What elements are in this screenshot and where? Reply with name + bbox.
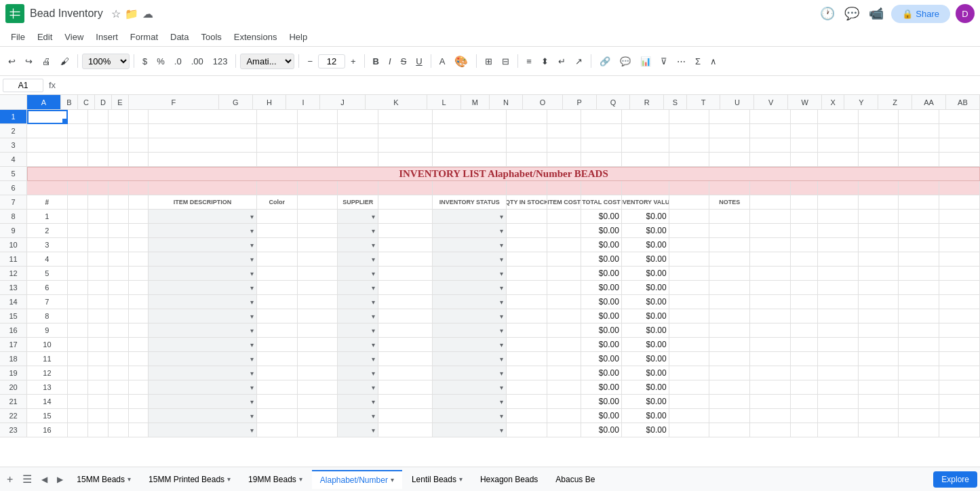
cell-R1[interactable] [750,110,791,124]
cell-L3[interactable] [507,138,547,153]
cell-A19[interactable]: 12 [27,366,68,380]
cell-L6[interactable] [507,181,547,195]
cell-V20[interactable] [899,380,939,395]
cell-qty-18[interactable] [507,352,547,366]
cell-O3[interactable] [622,138,669,153]
cell-H3[interactable] [298,138,338,153]
tab-19mm-beads[interactable]: 19MM Beads ▾ [240,471,311,488]
zoom-select[interactable]: 100% [82,54,130,69]
cell-J11[interactable] [378,252,433,267]
cell-G2[interactable] [257,124,298,138]
cell-P20[interactable] [669,380,710,395]
percent-btn[interactable]: % [153,50,169,72]
cell-item-cost-19[interactable]: $0.00 [581,366,622,380]
cell-U6[interactable] [859,181,899,195]
cell-M19[interactable] [547,366,581,380]
cell-C14[interactable] [88,295,109,309]
row-num-1[interactable]: 1 [0,110,27,124]
cell-qty-header[interactable]: QTY IN STOCK [507,195,547,210]
cell-D23[interactable] [109,423,129,437]
cell-M10[interactable] [547,238,581,252]
cell-A16[interactable]: 9 [27,323,68,338]
cell-total-cost-14[interactable]: $0.00 [622,295,669,309]
cell-status-dropdown-13[interactable]: ▾ [433,281,507,295]
cell-S6[interactable] [791,181,818,195]
font-size-input[interactable] [318,54,345,68]
cell-V19[interactable] [899,366,939,380]
cell-B11[interactable] [68,252,88,267]
cell-D20[interactable] [109,380,129,395]
cell-T16[interactable] [818,323,859,338]
cell-C1[interactable] [88,110,109,124]
cell-H6[interactable] [298,181,338,195]
cell-A18[interactable]: 11 [27,352,68,366]
cell-Q8[interactable] [709,210,750,224]
cell-Q4[interactable] [709,153,750,167]
cell-Q14[interactable] [709,295,750,309]
cell-E1[interactable] [129,110,149,124]
cell-H7[interactable] [298,195,338,210]
cell-V12[interactable] [899,267,939,281]
cell-M4[interactable] [547,153,581,167]
col-header-Y[interactable]: Y [844,95,878,110]
row-num-8[interactable]: 8 [0,210,27,224]
history-btn[interactable]: 🕐 [818,4,837,23]
cell-supplier-dropdown-19[interactable]: ▾ [338,366,378,380]
cell-V9[interactable] [899,224,939,238]
cell-V14[interactable] [899,295,939,309]
cell-S10[interactable] [791,238,818,252]
cell-H22[interactable] [298,409,338,423]
cell-V3[interactable] [899,138,939,153]
cell-D19[interactable] [109,366,129,380]
cell-O1[interactable] [622,110,669,124]
cell-J22[interactable] [378,409,433,423]
cell-H1[interactable] [298,110,338,124]
cell-total-cost-8[interactable]: $0.00 [622,210,669,224]
cell-J9[interactable] [378,224,433,238]
cell-W14[interactable] [939,295,980,309]
cell-K6[interactable] [433,181,507,195]
cell-item-desc[interactable]: ITEM DESCRIPTION [149,195,256,210]
cell-J13[interactable] [378,281,433,295]
cell-H19[interactable] [298,366,338,380]
folder-icon[interactable]: 📁 [125,7,138,20]
cell-B10[interactable] [68,238,88,252]
cell-U2[interactable] [859,124,899,138]
cell-V13[interactable] [899,281,939,295]
prev-sheet-btn[interactable]: ◀ [37,472,52,487]
cell-Q15[interactable] [709,309,750,323]
cell-U13[interactable] [859,281,899,295]
cell-item-cost-11[interactable]: $0.00 [581,252,622,267]
cell-status-dropdown-22[interactable]: ▾ [433,409,507,423]
cell-status-dropdown-20[interactable]: ▾ [433,380,507,395]
cell-E20[interactable] [129,380,149,395]
cell-supplier-dropdown-17[interactable]: ▾ [338,338,378,352]
cell-S21[interactable] [791,395,818,409]
cell-F6[interactable] [149,181,256,195]
cell-B23[interactable] [68,423,88,437]
chart-btn[interactable]: 📊 [636,50,655,72]
cell-G16[interactable] [257,323,298,338]
cell-P4[interactable] [669,153,710,167]
cell-O2[interactable] [622,124,669,138]
inc-decimals-btn[interactable]: .00 [187,50,208,72]
cell-F1[interactable] [149,110,256,124]
cell-A23[interactable]: 16 [27,423,68,437]
cell-item-cost-21[interactable]: $0.00 [581,395,622,409]
cell-supplier-dropdown-22[interactable]: ▾ [338,409,378,423]
cell-C2[interactable] [88,124,109,138]
cell-R23[interactable] [750,423,791,437]
cell-N2[interactable] [581,124,622,138]
cell-V8[interactable] [899,210,939,224]
row-num-23[interactable]: 23 [0,423,27,437]
cell-supplier-dropdown-10[interactable]: ▾ [338,238,378,252]
cell-G11[interactable] [257,252,298,267]
comment-btn[interactable]: 💬 [842,4,861,23]
cell-B2[interactable] [68,124,88,138]
menu-tools[interactable]: Tools [195,30,227,44]
cell-U21[interactable] [859,395,899,409]
cell-supplier-dropdown-15[interactable]: ▾ [338,309,378,323]
cell-U7[interactable] [859,195,899,210]
cell-qty-10[interactable] [507,238,547,252]
cell-P1[interactable] [669,110,710,124]
